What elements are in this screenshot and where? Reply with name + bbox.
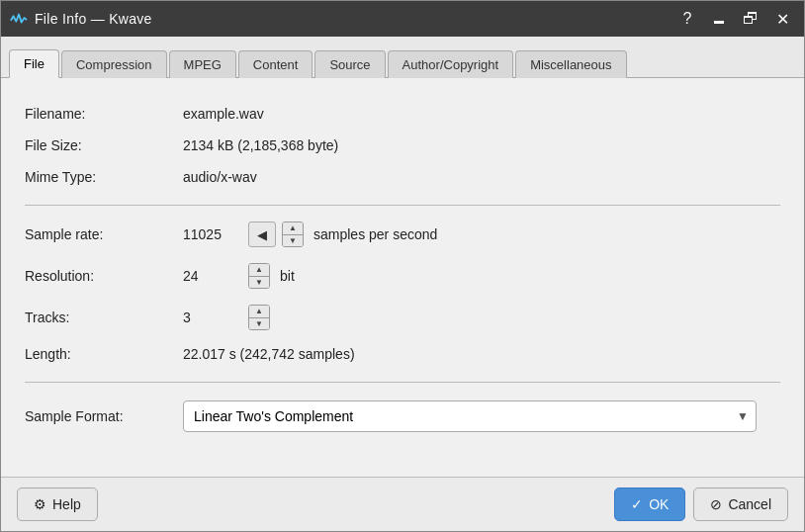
filesize-row: File Size: 2134 kB (2,185,368 byte) [25,130,780,161]
samplerate-up-button[interactable]: ▲ [283,222,303,234]
samplerate-down-button[interactable]: ▼ [283,234,303,246]
close-button[interactable]: ✕ [768,5,796,33]
length-label: Length: [25,346,183,362]
length-value: 22.017 s (242,742 samples) [183,346,780,362]
window-title: File Info — Kwave [35,11,152,27]
filename-row: Filename: example.wav [25,98,780,130]
tab-miscellaneous[interactable]: Miscellaneous [515,50,626,78]
file-tab-content: Filename: example.wav File Size: 2134 kB… [1,78,804,477]
titlebar-left: File Info — Kwave [9,9,152,29]
filename-label: Filename: [25,106,183,122]
footer-right: ✓ OK ⊘ Cancel [614,488,788,521]
length-row: Length: 22.017 s (242,742 samples) [25,338,780,370]
resolution-row: Resolution: 24 ▲ ▼ bit [25,255,780,297]
resolution-spinner: ▲ ▼ [248,263,270,289]
tracks-spinner-group: 3 ▲ ▼ [183,305,270,330]
checkmark-icon: ✓ [631,496,643,512]
ok-label: OK [649,496,669,512]
sampleformat-row: Sample Format: Linear Two's Complement L… [25,391,780,442]
minimize-button[interactable]: 🗕 [705,5,733,33]
tracks-label: Tracks: [25,310,183,325]
sampleformat-label: Sample Format: [25,408,183,424]
help-icon: ⚙ [34,496,46,512]
samplerate-label: Sample rate: [25,226,183,242]
cancel-icon: ⊘ [710,496,722,512]
tracks-down-button[interactable]: ▼ [249,317,269,329]
mimetype-label: Mime Type: [25,169,183,185]
filesize-label: File Size: [25,137,183,153]
tabs-bar: File Compression MPEG Content Source Aut… [1,37,804,78]
audio-props-section: Sample rate: 11025 ◀ ▲ ▼ samples per sec… [25,214,780,370]
sampleformat-select-wrapper: Linear Two's Complement Linear Unsigned … [183,400,757,432]
resolution-up-button[interactable]: ▲ [249,264,269,276]
samplerate-backspace-button[interactable]: ◀ [248,222,276,247]
resolution-spinner-group: 24 ▲ ▼ bit [183,263,295,289]
samplerate-row: Sample rate: 11025 ◀ ▲ ▼ samples per sec… [25,214,780,255]
footer-left: ⚙ Help [17,488,98,521]
tab-compression[interactable]: Compression [61,50,167,78]
maximize-button[interactable]: 🗗 [737,5,764,33]
basic-info-section: Filename: example.wav File Size: 2134 kB… [25,98,780,193]
main-window: File Info — Kwave ? 🗕 🗗 ✕ File Compressi… [0,0,805,532]
sampleformat-select[interactable]: Linear Two's Complement Linear Unsigned … [183,400,757,432]
divider-2 [25,382,780,383]
tracks-spinner: ▲ ▼ [248,305,270,330]
resolution-label: Resolution: [25,268,183,284]
help-button[interactable]: ? [673,5,701,33]
resolution-down-button[interactable]: ▼ [249,276,269,288]
filesize-value: 2134 kB (2,185,368 byte) [183,137,780,153]
help-label: Help [52,496,81,512]
cancel-label: Cancel [728,496,771,512]
help-button[interactable]: ⚙ Help [17,488,98,521]
tab-content[interactable]: Content [238,50,313,78]
mimetype-value: audio/x-wav [183,169,780,185]
resolution-unit: bit [280,268,295,284]
tracks-row: Tracks: 3 ▲ ▼ [25,297,780,338]
tracks-up-button[interactable]: ▲ [249,306,269,317]
ok-button[interactable]: ✓ OK [614,488,685,521]
mimetype-row: Mime Type: audio/x-wav [25,161,780,193]
samplerate-spinner: ▲ ▼ [282,222,304,247]
samplerate-unit: samples per second [313,226,437,242]
cancel-button[interactable]: ⊘ Cancel [693,488,788,521]
samplerate-value: 11025 [183,226,242,242]
titlebar-controls: ? 🗕 🗗 ✕ [673,5,796,33]
filename-value: example.wav [183,106,780,122]
tab-author-copyright[interactable]: Author/Copyright [388,50,514,78]
tab-file[interactable]: File [9,49,59,78]
footer: ⚙ Help ✓ OK ⊘ Cancel [1,477,804,531]
divider-1 [25,205,780,206]
kwave-icon [9,9,29,29]
resolution-value: 24 [183,268,242,284]
tab-source[interactable]: Source [314,50,385,78]
samplerate-spinner-group: 11025 ◀ ▲ ▼ samples per second [183,222,437,247]
tab-mpeg[interactable]: MPEG [169,50,236,78]
titlebar: File Info — Kwave ? 🗕 🗗 ✕ [1,1,804,37]
tracks-value: 3 [183,310,242,325]
